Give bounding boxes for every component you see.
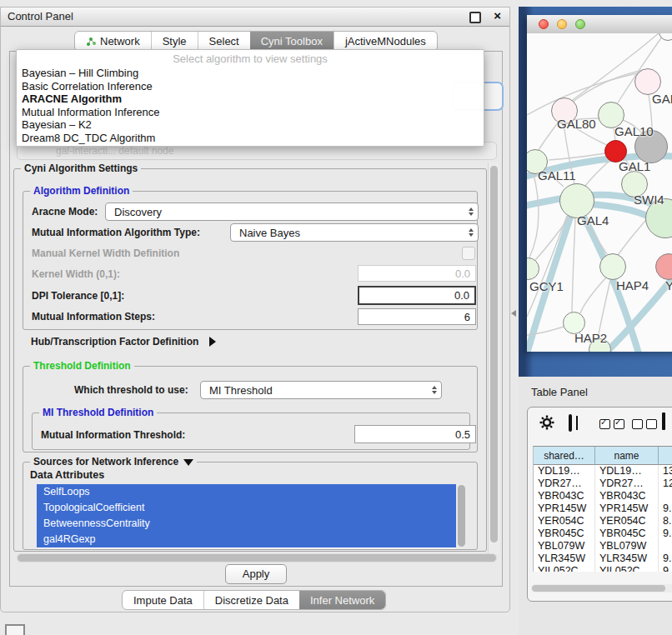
cyni-mode-tabs: Impute Data Discretize Data Infer Networ…	[122, 590, 386, 610]
control-panel-titlebar[interactable]: Control Panel ×	[1, 8, 509, 27]
kernel-width-label: Kernel Width (0,1):	[32, 268, 120, 280]
deselect-all-icon[interactable]	[632, 419, 660, 429]
which-threshold-value: MI Threshold	[209, 384, 273, 397]
select-all-icon[interactable]	[599, 419, 628, 429]
list-item[interactable]: TopologicalCoefficient	[37, 500, 456, 516]
dropdown-item[interactable]: Mutual Information Inference	[17, 106, 484, 119]
control-panel-title: Control Panel	[8, 10, 73, 22]
tab-infer-network[interactable]: Infer Network	[299, 591, 385, 609]
algorithm-dropdown-placeholder: Select algorithm to view settings	[17, 50, 484, 67]
dpi-tolerance-field[interactable]: 0.0	[358, 286, 476, 305]
stepper-arrows-icon	[469, 224, 474, 241]
list-item[interactable]: gal4RGexp	[37, 532, 456, 548]
sources-legend-row[interactable]: Sources for Network Inference	[30, 456, 197, 468]
manual-kernel-label: Manual Kernel Width Definition	[32, 248, 179, 259]
table-row[interactable]: YLR345WYLR345W9.	[534, 552, 672, 565]
cell	[659, 540, 672, 552]
tab-cyni-toolbox[interactable]: Cyni Toolbox	[250, 32, 333, 51]
dropdown-item-selected[interactable]: ARACNE Algorithm	[17, 92, 484, 106]
settings-vertical-scrollbar[interactable]	[488, 162, 499, 554]
threshold-definition-group: Threshold Definition Which threshold to …	[23, 366, 478, 452]
hub-definition-label: Hub/Transcription Factor Definition	[31, 336, 198, 348]
table-row[interactable]: YDL19…YDL19…13	[534, 465, 672, 478]
column-header[interactable]: name	[595, 447, 659, 465]
table-panel-title: Table Panel	[531, 386, 588, 398]
zoom-window-icon[interactable]	[575, 19, 585, 29]
table-horizontal-scrollbar[interactable]	[531, 584, 672, 592]
column-layout-icon[interactable]	[569, 416, 572, 431]
data-attributes-list: SelfLoops TopologicalCoefficient Between…	[37, 484, 467, 548]
cell: YBL079W	[534, 540, 595, 552]
manual-kernel-checkbox[interactable]	[462, 247, 475, 260]
node-label: SWI4	[634, 192, 664, 207]
hub-definition-row[interactable]: Hub/Transcription Factor Definition	[31, 333, 216, 348]
list-vertical-scrollbar[interactable]	[456, 484, 467, 548]
aracne-mode-combobox[interactable]: Discovery	[105, 202, 479, 221]
float-window-icon[interactable]	[469, 12, 481, 23]
dropdown-item[interactable]: Bayesian – K2	[17, 118, 484, 132]
aracne-mode-value: Discovery	[114, 206, 162, 218]
list-item[interactable]: BetweennessCentrality	[37, 516, 456, 532]
table-row[interactable]: YBL079WYBL079W	[534, 540, 672, 552]
minimize-window-icon[interactable]	[557, 19, 567, 29]
table-row[interactable]: YER054CYER054C8.	[534, 515, 672, 528]
settings-gear-icon[interactable]	[539, 415, 554, 433]
cell: YPR145W	[595, 502, 659, 515]
settings-horizontal-scrollbar[interactable]	[17, 553, 497, 562]
tab-select[interactable]: Select	[198, 32, 250, 51]
cell: 13	[659, 465, 672, 478]
network-window-titlebar[interactable]	[527, 15, 672, 34]
new-table-icon[interactable]	[662, 414, 665, 429]
algorithm-definition-group: Algorithm Definition Aracne Mode: Discov…	[23, 191, 478, 330]
table-row[interactable]: YPR145WYPR145W9.	[534, 502, 672, 515]
node-hap4[interactable]	[599, 253, 626, 280]
tab-discretize-data[interactable]: Discretize Data	[203, 591, 299, 609]
list-item[interactable]: SelfLoops	[37, 484, 456, 500]
which-threshold-combobox[interactable]: MI Threshold	[200, 381, 442, 399]
algorithm-definition-legend: Algorithm Definition	[30, 185, 133, 197]
dropdown-item[interactable]: Bayesian – Hill Climbing	[17, 67, 484, 80]
which-threshold-label: Which threshold to use:	[74, 384, 188, 396]
minimized-panel-icon[interactable]	[5, 624, 25, 635]
tab-network-label: Network	[100, 35, 140, 48]
table-toolbar	[528, 412, 672, 438]
cell: YBR045C	[534, 528, 595, 540]
dpi-tolerance-value: 0.0	[454, 289, 469, 302]
mi-type-combobox[interactable]: Naive Bayes	[230, 223, 479, 242]
kernel-width-field[interactable]: 0.0	[358, 265, 476, 282]
algorithm-dropdown-popup: Select algorithm to view settings Bayesi…	[16, 49, 484, 147]
close-panel-icon[interactable]: ×	[494, 8, 501, 22]
expand-arrow-icon[interactable]	[209, 337, 216, 347]
column-header[interactable]: shared…	[534, 447, 595, 465]
cell: YDR27…	[595, 478, 659, 490]
collapse-arrow-icon[interactable]	[183, 459, 193, 466]
network-view-window: GAL GAL80 GAL10 GAL1 GAL11 SWI4 GAL4 GCY…	[527, 15, 672, 352]
node-label: GCY1	[529, 279, 564, 293]
mi-threshold-field[interactable]: 0.5	[354, 425, 476, 443]
close-window-icon[interactable]	[539, 19, 549, 29]
dropdown-item[interactable]: Dream8 DC_TDC Algorithm	[17, 132, 484, 145]
panel-splitter[interactable]	[510, 7, 519, 612]
threshold-definition-legend: Threshold Definition	[30, 360, 134, 372]
control-panel-window: Control Panel × Network Style Select Cyn…	[0, 7, 510, 612]
tab-style[interactable]: Style	[151, 32, 198, 51]
splitter-handle-icon[interactable]	[511, 310, 516, 317]
network-canvas[interactable]: GAL GAL80 GAL10 GAL1 GAL11 SWI4 GAL4 GCY…	[527, 33, 672, 352]
apply-button[interactable]: Apply	[225, 564, 287, 584]
dropdown-item[interactable]: Basic Correlation Inference	[17, 80, 484, 93]
column-header[interactable]	[659, 447, 672, 465]
tab-network[interactable]: Network	[75, 32, 151, 51]
cyni-algorithm-settings-group: Cyni Algorithm Settings Algorithm Defini…	[13, 168, 487, 552]
cell: YBL079W	[595, 540, 659, 552]
table-row[interactable]: YDR27…YDR27…12	[534, 478, 672, 490]
cell: 9.	[659, 528, 672, 540]
table-row[interactable]: YBR043CYBR043C	[534, 490, 672, 502]
table-row[interactable]: YBR045CYBR045C9.	[534, 528, 672, 540]
tab-impute-data[interactable]: Impute Data	[123, 591, 203, 609]
table-header-row: shared… name	[534, 447, 672, 465]
tab-cyni-toolbox-label: Cyni Toolbox	[261, 35, 323, 48]
sources-legend: Sources for Network Inference	[33, 456, 178, 468]
tab-jactivemnodules[interactable]: jActiveMNodules	[333, 32, 437, 51]
table-row[interactable]: YIL052CYIL052C9	[534, 565, 672, 572]
mi-steps-field[interactable]: 6	[358, 308, 476, 325]
